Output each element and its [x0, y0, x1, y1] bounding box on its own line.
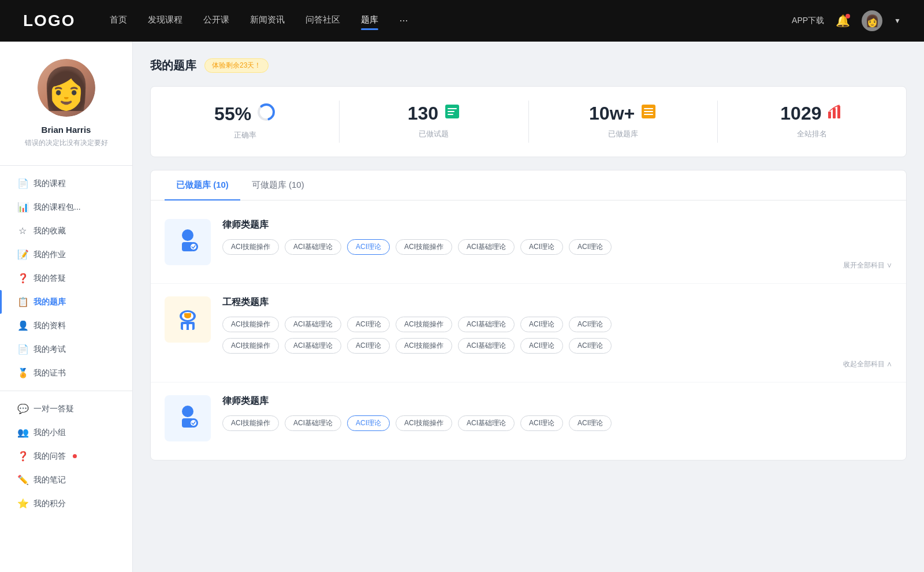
tag-eng-13[interactable]: ACI理论	[520, 338, 563, 354]
homework-icon: 📝	[17, 249, 28, 260]
tag-eng-9[interactable]: ACI基础理论	[285, 338, 341, 354]
tab-done[interactable]: 已做题库 (10)	[165, 170, 240, 200]
profile-motto: 错误的决定比没有决定要好	[25, 138, 108, 148]
sidebar-item-groups[interactable]: 👥 我的小组	[0, 421, 132, 444]
user-avatar[interactable]: 👩	[862, 10, 882, 31]
content-card: 已做题库 (10) 可做题库 (10)	[150, 170, 907, 460]
tag-eng-11[interactable]: ACI技能操作	[396, 338, 452, 354]
sidebar-label-favorites: 我的收藏	[33, 226, 66, 236]
stat-rank-label: 全站排名	[797, 129, 827, 139]
sidebar-label-profile: 我的资料	[33, 321, 66, 331]
sidebar-item-homework[interactable]: 📝 我的作业	[0, 243, 132, 266]
nav-discover[interactable]: 发现课程	[148, 14, 182, 28]
stats-card: 55% 正确率 130	[150, 86, 907, 157]
nav-right: APP下载 🔔 👩 ▼	[792, 10, 901, 31]
qa-notification-dot	[73, 454, 77, 458]
tag-lawyer1-4[interactable]: ACI技能操作	[396, 239, 452, 255]
tag-lawyer2-4[interactable]: ACI技能操作	[396, 415, 452, 431]
app-download-button[interactable]: APP下载	[792, 16, 824, 26]
nav-home[interactable]: 首页	[110, 14, 127, 28]
points-icon: ⭐	[17, 498, 28, 509]
collapse-engineer[interactable]: 收起全部科目 ∧	[222, 359, 892, 369]
sidebar-item-exams[interactable]: 📄 我的考试	[0, 337, 132, 361]
tag-lawyer1-5[interactable]: ACI基础理论	[458, 239, 515, 255]
tag-lawyer1-7[interactable]: ACI理论	[569, 239, 612, 255]
nav-qbank[interactable]: 题库	[361, 14, 378, 28]
page-header: 我的题库 体验剩余23天！	[150, 58, 907, 73]
sidebar-item-packages[interactable]: 📊 我的课程包...	[0, 195, 132, 219]
tag-eng-2[interactable]: ACI基础理论	[285, 317, 341, 332]
tag-lawyer2-6[interactable]: ACI理论	[520, 415, 563, 431]
sidebar-item-1on1[interactable]: 💬 一对一答疑	[0, 397, 132, 421]
tag-lawyer2-3[interactable]: ACI理论	[347, 415, 390, 431]
tab-available[interactable]: 可做题库 (10)	[240, 170, 316, 200]
main-content: 我的题库 体验剩余23天！ 55% 正确率 13	[133, 42, 924, 572]
sidebar-label-courses: 我的课程	[33, 179, 66, 189]
qbank-thumb-lawyer-1	[165, 219, 211, 265]
qbank-thumb-engineer	[165, 296, 211, 343]
tag-eng-4[interactable]: ACI技能操作	[396, 317, 452, 332]
tag-row-lawyer-1: ACI技能操作 ACI基础理论 ACI理论 ACI技能操作 ACI基础理论 AC…	[222, 239, 892, 255]
tag-lawyer2-7[interactable]: ACI理论	[569, 415, 612, 431]
sidebar-item-notes[interactable]: ✏️ 我的笔记	[0, 468, 132, 492]
tag-eng-14[interactable]: ACI理论	[569, 338, 612, 354]
sidebar-item-profile[interactable]: 👤 我的资料	[0, 314, 132, 337]
chevron-down-icon[interactable]: ▼	[894, 17, 901, 25]
stat-rank-value: 1029	[780, 103, 821, 124]
qbank-thumb-lawyer-2	[165, 395, 211, 441]
sidebar-item-qbank[interactable]: 📋 我的题库	[0, 290, 132, 314]
qbank-info-lawyer-1: 律师类题库 ACI技能操作 ACI基础理论 ACI理论 ACI技能操作 ACI基…	[222, 219, 892, 270]
trial-badge: 体验剩余23天！	[204, 58, 269, 73]
logo[interactable]: LOGO	[23, 12, 75, 30]
tag-eng-12[interactable]: ACI基础理论	[458, 338, 515, 354]
nav-qa[interactable]: 问答社区	[305, 14, 340, 28]
questions-icon: ❓	[17, 273, 28, 284]
tag-lawyer1-2[interactable]: ACI基础理论	[285, 239, 341, 255]
sidebar-label-exams: 我的考试	[33, 344, 66, 355]
tag-lawyer1-6[interactable]: ACI理论	[520, 239, 563, 255]
tag-eng-1[interactable]: ACI技能操作	[222, 317, 279, 332]
expand-lawyer-1[interactable]: 展开全部科目 ∨	[222, 261, 892, 270]
tag-eng-6[interactable]: ACI理论	[520, 317, 563, 332]
sidebar-item-questions[interactable]: ❓ 我的答疑	[0, 266, 132, 290]
tag-lawyer1-3[interactable]: ACI理论	[347, 239, 390, 255]
nav-more[interactable]: ···	[399, 14, 408, 28]
sidebar-item-certs[interactable]: 🏅 我的证书	[0, 361, 132, 385]
favorites-icon: ☆	[17, 225, 28, 236]
svg-rect-18	[181, 322, 195, 330]
nav-open[interactable]: 公开课	[203, 14, 229, 28]
tag-lawyer2-2[interactable]: ACI基础理论	[285, 415, 341, 431]
svg-rect-4	[448, 111, 454, 112]
tag-eng-7[interactable]: ACI理论	[569, 317, 612, 332]
tag-eng-5[interactable]: ACI基础理论	[458, 317, 515, 332]
sidebar-item-points[interactable]: ⭐ 我的积分	[0, 492, 132, 515]
stat-rank: 1029 全站排名	[718, 101, 906, 143]
sidebar-item-my-qa[interactable]: ❓ 我的问答	[0, 444, 132, 468]
notification-bell[interactable]: 🔔	[836, 14, 850, 28]
sidebar-label-groups: 我的小组	[33, 428, 66, 438]
sidebar-divider-2	[0, 391, 132, 391]
tag-eng-3[interactable]: ACI理论	[347, 317, 390, 332]
sidebar-item-favorites[interactable]: ☆ 我的收藏	[0, 219, 132, 243]
profile-section: Brian Harris 错误的决定比没有决定要好	[0, 42, 132, 159]
svg-rect-5	[448, 114, 453, 115]
stat-rank-top: 1029	[780, 103, 843, 124]
page-title: 我的题库	[150, 58, 196, 73]
tag-eng-8[interactable]: ACI技能操作	[222, 338, 279, 354]
sidebar-label-certs: 我的证书	[33, 368, 66, 378]
stat-accuracy-top: 55%	[214, 103, 275, 125]
nav-links: 首页 发现课程 公开课 新闻资讯 问答社区 题库 ···	[110, 14, 792, 28]
total-bank-icon	[640, 103, 657, 124]
profile-icon: 👤	[17, 320, 28, 331]
sidebar-item-courses[interactable]: 📄 我的课程	[0, 172, 132, 195]
sidebar-label-questions: 我的答疑	[33, 273, 66, 284]
nav-news[interactable]: 新闻资讯	[250, 14, 285, 28]
tag-eng-10[interactable]: ACI理论	[347, 338, 390, 354]
tag-row-engineer-1: ACI技能操作 ACI基础理论 ACI理论 ACI技能操作 ACI基础理论 AC…	[222, 317, 892, 332]
exams-icon: 📄	[17, 344, 28, 355]
sidebar-menu: 📄 我的课程 📊 我的课程包... ☆ 我的收藏 📝 我的作业 ❓ 我的答疑 📋	[0, 172, 132, 515]
qbank-icon: 📋	[17, 296, 28, 307]
tag-lawyer1-1[interactable]: ACI技能操作	[222, 239, 279, 255]
tag-lawyer2-1[interactable]: ACI技能操作	[222, 415, 279, 431]
tag-lawyer2-5[interactable]: ACI基础理论	[458, 415, 515, 431]
